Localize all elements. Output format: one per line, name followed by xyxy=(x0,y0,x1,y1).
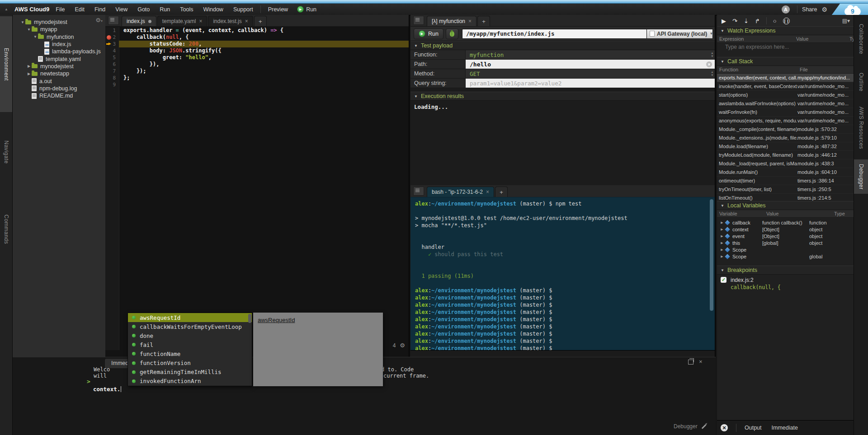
line-number[interactable]: 8 xyxy=(105,75,119,81)
completion-item-functionName[interactable]: functionName xyxy=(128,349,252,358)
close-icon[interactable]: × xyxy=(199,18,202,24)
variable-row-this[interactable]: ▶this[global]object xyxy=(717,239,854,246)
close-icon[interactable]: × xyxy=(699,358,703,365)
share-button[interactable]: Share xyxy=(802,6,817,13)
breakpoint-checkbox[interactable]: ✓ xyxy=(721,277,726,283)
call-stack-frame[interactable]: Module._load(request, parent, isMa...mod… xyxy=(717,159,854,168)
close-icon[interactable]: × xyxy=(245,18,248,24)
call-stack-frame[interactable]: awslambda.waitForInvoke(options)var/runt… xyxy=(717,99,854,108)
variable-row-callback[interactable]: ▶callbackfunction callback()function xyxy=(717,219,854,226)
editor-tab-index-test-js[interactable]: index.test.js× xyxy=(208,16,253,26)
tree-expander-icon[interactable]: ▶ xyxy=(26,64,32,68)
run-button[interactable]: ▶ Run xyxy=(414,28,443,39)
right-tab-debugger[interactable]: Debugger xyxy=(854,159,868,194)
variable-row-scope[interactable]: ▶Scope xyxy=(717,246,854,253)
right-tab-collaborate[interactable]: Collaborate xyxy=(854,18,868,61)
line-number[interactable]: 7 xyxy=(105,68,119,75)
completion-item-functionVersion[interactable]: functionVersion xyxy=(128,358,252,367)
menu-item-edit[interactable]: Edit xyxy=(75,6,85,13)
tree-expander-icon[interactable]: ▼ xyxy=(20,20,25,24)
tree-item-newtestapp[interactable]: ▶newtestapp xyxy=(13,70,105,77)
expander-icon[interactable]: ▶ xyxy=(720,248,724,252)
call-stack-frame[interactable]: waitForInvoke(fn)var/runtime/node_mo... xyxy=(717,108,854,117)
call-stack-frame[interactable]: invoke(handler, event, baseContext...var… xyxy=(717,82,854,91)
completion-item-invokedFunctionArn[interactable]: invokedFunctionArn xyxy=(128,377,252,386)
call-stack-frame[interactable]: Module._compile(content, filename)module… xyxy=(717,125,854,134)
call-stack-frame[interactable]: tryOnTimeout(timer, list)timers.js :250:… xyxy=(717,185,854,194)
resume-icon[interactable]: ▶ xyxy=(722,15,726,27)
call-stack-frame[interactable]: Module._extensions..js(module, file...mo… xyxy=(717,134,854,142)
console-tab-immediate[interactable]: Immediate xyxy=(772,425,798,431)
call-stack-frame[interactable]: anonymous(exports, require, modu...var/r… xyxy=(717,117,854,125)
line-number[interactable]: 3 xyxy=(105,41,119,47)
completion-item-callbackWaitsForEmptyEventLoop[interactable]: callbackWaitsForEmptyEventLoop xyxy=(128,322,252,331)
step-over-icon[interactable]: ↷ xyxy=(732,15,737,27)
tree-item-lambda-payloads.js[interactable]: lambda-payloads.js xyxy=(13,48,105,55)
menu-item-window[interactable]: Window xyxy=(203,6,223,13)
menu-item-view[interactable]: View xyxy=(115,6,127,13)
tree-expander-icon[interactable]: ▼ xyxy=(26,28,32,32)
close-icon[interactable]: × xyxy=(468,18,472,24)
runner-tab[interactable]: [λ] myfunction × xyxy=(427,16,476,26)
new-tab-button[interactable]: + xyxy=(477,16,490,26)
console-tab-output[interactable]: Output xyxy=(745,425,762,431)
breakpoint-icon[interactable] xyxy=(107,35,111,40)
tree-item-myapp[interactable]: ▼myapp xyxy=(13,26,105,33)
execution-results-header[interactable]: Execution results xyxy=(410,92,715,101)
breakpoints-header[interactable]: Breakpoints xyxy=(717,266,854,275)
editor-tab-index-js[interactable]: index.js xyxy=(122,16,156,26)
toggle-breakpoints-icon[interactable]: ○ xyxy=(773,15,777,27)
immediate-input[interactable]: context. xyxy=(93,386,121,393)
menu-collapse-icon[interactable]: ▲ xyxy=(0,7,13,11)
step-into-icon[interactable]: ⇣ xyxy=(744,15,749,27)
stepper-icon[interactable]: ▲▼ xyxy=(711,70,713,76)
line-number[interactable]: 2 xyxy=(105,34,119,41)
step-out-icon[interactable]: ↱ xyxy=(755,15,760,27)
tree-item-npm-debug.log[interactable]: npm-debug.log xyxy=(13,85,105,92)
debug-toggle-button[interactable] xyxy=(446,28,458,39)
variable-row-event[interactable]: ▶event[Object]object xyxy=(717,233,854,239)
right-tab-outline[interactable]: Outline xyxy=(854,68,868,96)
breakpoint-entry[interactable]: ✓index.js:2callback(null, { xyxy=(717,275,854,290)
tree-item-index.js[interactable]: index.js xyxy=(13,41,105,48)
line-number[interactable]: 5 xyxy=(105,54,119,61)
expander-icon[interactable]: ▶ xyxy=(720,234,724,238)
sidebar-tab-commands[interactable]: Commands xyxy=(0,193,12,266)
line-number[interactable]: 9 xyxy=(105,81,119,88)
sidebar-tab-navigate[interactable]: Navigate xyxy=(0,116,12,188)
completion-item-awsRequestId[interactable]: awsRequestId xyxy=(128,313,252,322)
tree-expander-icon[interactable]: ▶ xyxy=(26,72,32,76)
call-stack-frame[interactable]: exports.handler(event, context, call...m… xyxy=(717,74,854,82)
menu-item-tools[interactable]: Tools xyxy=(180,6,193,13)
panel-menu-icon[interactable]: ▤▾ xyxy=(842,15,850,27)
editor-gear-icon[interactable]: ⚙ xyxy=(400,342,405,349)
expander-icon[interactable]: ▶ xyxy=(720,221,724,225)
call-stack-frame[interactable]: Module.runMain()module.js :604:10 xyxy=(717,168,854,177)
variable-row-context[interactable]: ▶context[Object]object xyxy=(717,226,854,233)
local-variables-header[interactable]: Local Variables xyxy=(717,201,854,210)
settings-gear-icon[interactable]: ⚙ xyxy=(821,6,827,13)
call-stack-header[interactable]: Call Stack xyxy=(717,57,854,66)
test-payload-header[interactable]: Test payload xyxy=(410,41,715,50)
completion-item-fail[interactable]: fail xyxy=(128,340,252,349)
tab-list-icon[interactable] xyxy=(108,16,119,25)
line-number[interactable]: 1 xyxy=(105,27,119,34)
watch-expression-input[interactable]: Type an expression here... xyxy=(717,43,854,51)
line-number[interactable]: 6 xyxy=(105,61,119,68)
runner-target-select[interactable]: API Gateway (local) ▼ xyxy=(647,29,713,39)
stepper-icon[interactable]: ▲▼ xyxy=(711,51,713,57)
completion-item-done[interactable]: done xyxy=(128,331,252,340)
menu-item-goto[interactable]: Goto xyxy=(137,6,150,13)
terminal[interactable]: alex:~/environment/mynodejstest (master)… xyxy=(410,197,715,350)
clear-console-icon[interactable]: ✕ xyxy=(721,424,728,431)
preview-button[interactable]: Preview xyxy=(268,6,288,13)
tab-list-icon[interactable] xyxy=(413,187,424,196)
tree-item-mynodejstest[interactable]: ▶mynodejstest xyxy=(13,63,105,70)
menu-item-find[interactable]: Find xyxy=(94,6,105,13)
watch-header[interactable]: Watch Expressions xyxy=(717,26,854,35)
right-tab-aws-resources[interactable]: AWS Resources xyxy=(854,102,868,154)
menu-item-support[interactable]: Support xyxy=(233,6,253,13)
new-tab-button[interactable]: + xyxy=(495,187,508,197)
tree-item-readme.md[interactable]: README.md xyxy=(13,92,105,99)
expander-icon[interactable]: ▶ xyxy=(720,255,724,258)
